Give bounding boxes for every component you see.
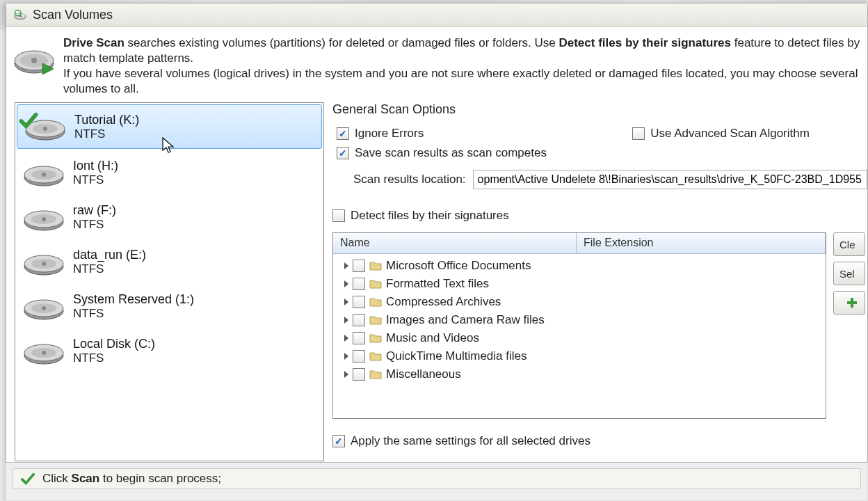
category-label: Compressed Archives [386,295,501,309]
category-checkbox[interactable] [353,350,365,363]
signature-category-row[interactable]: Microsoft Office Documents [335,257,824,275]
category-checkbox[interactable] [353,296,365,308]
drive-icon [22,202,66,232]
volume-filesystem: NTFS [73,262,146,276]
folder-icon [369,315,382,326]
drive-icon [22,247,66,276]
volume-name: Local Disk (C:) [73,337,155,351]
signature-category-row[interactable]: Formatted Text files [335,275,824,293]
volume-filesystem: NTFS [73,307,194,321]
expand-icon[interactable] [344,335,348,342]
category-label: Formatted Text files [386,277,489,291]
apply-same-settings-label: Apply the same settings for all selected… [351,434,590,448]
category-label: Music and Videos [386,331,479,345]
volume-item[interactable]: Local Disk (C:)NTFS [15,328,323,373]
volume-item[interactable]: System Reserved (1:)NTFS [15,284,323,328]
volume-item[interactable]: raw (F:)NTFS [15,195,323,239]
apply-same-settings-checkbox[interactable] [332,435,345,447]
check-icon [20,471,35,486]
detect-signatures-checkbox[interactable] [332,209,345,222]
footer: Click Scan to begin scan process; [6,462,868,501]
signature-category-row[interactable]: Miscellaneous [335,365,824,383]
folder-icon [369,260,382,271]
category-label: Microsoft Office Documents [386,259,531,273]
category-checkbox[interactable] [353,368,365,381]
signature-category-row[interactable]: Images and Camera Raw files [335,311,824,329]
category-label: QuickTime Multimedia files [386,349,527,363]
detect-signatures-label: Detect files by their signatures [351,209,509,223]
svg-point-33 [42,351,46,355]
drive-icon [23,112,67,141]
location-input[interactable] [473,170,867,189]
description-text: Drive Scan searches existing volumes (pa… [63,35,862,97]
volume-name: System Reserved (1:) [73,292,194,307]
location-label: Scan results location: [353,173,466,186]
volume-list[interactable]: Tutorial (K:)NTFSIont (H:)NTFSraw (F:)NT… [15,102,324,461]
svg-rect-35 [847,301,857,304]
expand-icon[interactable] [344,371,348,378]
category-checkbox[interactable] [353,332,365,344]
category-label: Miscellaneous [386,367,461,381]
drive-icon [22,292,66,321]
general-options-title: General Scan Options [332,102,867,117]
category-checkbox[interactable] [353,278,365,290]
expand-icon[interactable] [344,353,348,360]
svg-point-17 [42,173,46,177]
volume-name: Tutorial (K:) [74,113,139,127]
volume-item[interactable]: data_run (E:)NTFS [15,239,323,284]
add-button[interactable] [833,291,865,315]
scan-volumes-dialog: Scan Volumes Drive Scan searches existin… [6,3,868,501]
select-button[interactable]: Sel [833,262,865,285]
column-name[interactable]: Name [333,233,577,253]
folder-icon [369,369,382,380]
svg-point-25 [42,262,46,266]
svg-point-21 [42,217,46,221]
footer-text: Click Scan to begin scan process; [42,472,221,486]
folder-icon [369,333,382,344]
save-results-label: Save scan results as scan competes [355,146,547,160]
ignore-errors-checkbox[interactable] [337,127,349,140]
expand-icon[interactable] [344,317,348,324]
volume-item[interactable]: Iont (H:)NTFS [15,150,323,195]
folder-icon [369,278,382,289]
expand-icon[interactable] [344,280,348,287]
signature-category-row[interactable]: QuickTime Multimedia files [335,347,824,365]
scan-icon [13,8,27,22]
column-extension[interactable]: File Extension [577,233,826,253]
signatures-header: Name File Extension [333,233,826,254]
signature-category-row[interactable]: Compressed Archives [335,293,824,311]
folder-icon [369,296,382,308]
signatures-table: Name File Extension Microsoft Office Doc… [332,232,826,419]
volume-filesystem: NTFS [73,173,118,187]
drive-icon [22,158,66,187]
volume-name: Iont (H:) [73,159,118,173]
svg-point-29 [42,306,46,310]
volume-filesystem: NTFS [73,218,116,232]
signature-category-row[interactable]: Music and Videos [335,329,824,347]
window-title: Scan Volumes [33,8,113,22]
plus-icon [846,296,858,309]
advanced-algorithm-label: Use Advanced Scan Algorithm [650,127,810,141]
drive-icon [22,336,66,365]
folder-icon [369,351,382,362]
volume-item[interactable]: Tutorial (K:)NTFS [17,104,322,149]
clear-button[interactable]: Cle [833,232,865,256]
svg-point-8 [31,58,37,63]
drive-scan-icon [12,35,56,80]
ignore-errors-label: Ignore Errors [355,127,424,141]
expand-icon[interactable] [344,299,348,305]
category-checkbox[interactable] [353,260,365,272]
svg-point-13 [43,127,47,131]
category-label: Images and Camera Raw files [386,313,545,327]
titlebar[interactable]: Scan Volumes [6,3,867,27]
category-checkbox[interactable] [353,314,365,326]
volume-filesystem: NTFS [74,127,139,141]
save-results-checkbox[interactable] [337,147,349,159]
checkmark-icon [19,111,38,130]
volume-name: data_run (E:) [73,248,146,262]
volume-name: raw (F:) [73,203,116,218]
volume-filesystem: NTFS [73,351,155,365]
expand-icon[interactable] [344,262,348,269]
advanced-algorithm-checkbox[interactable] [632,127,645,140]
